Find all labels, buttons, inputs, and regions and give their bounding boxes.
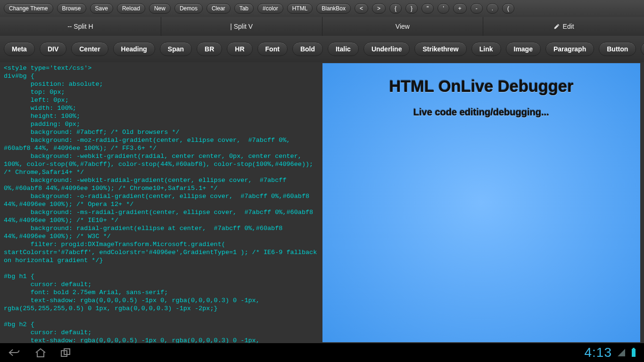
clock: 4:13	[585, 345, 612, 360]
right-brace-button[interactable]: }	[405, 3, 418, 14]
status-area: 4:13	[585, 345, 637, 360]
demos-button[interactable]: Demos	[174, 3, 203, 14]
image-tag-button[interactable]: Image	[506, 42, 541, 56]
change-theme-button[interactable]: Change Theme	[4, 3, 53, 14]
save-button[interactable]: Save	[90, 3, 113, 14]
paragraph-tag-button[interactable]: Paragraph	[545, 42, 594, 56]
edit-tab[interactable]: Edit	[483, 17, 644, 36]
back-icon[interactable]	[8, 347, 21, 358]
preview-heading-1: HTML OnLive Debugger	[322, 63, 640, 96]
italic-tag-button[interactable]: Italic	[328, 42, 359, 56]
view-tab[interactable]: View	[322, 17, 484, 36]
plus-button[interactable]: +	[453, 3, 467, 14]
hr-tag-button[interactable]: HR	[227, 42, 252, 56]
code-editor[interactable]: <style type='text/css'> div#bg { positio…	[0, 62, 322, 343]
underline-tag-button[interactable]: Underline	[363, 42, 410, 56]
battery-icon	[631, 348, 636, 357]
preview-background: HTML OnLive Debugger Live code editing/d…	[322, 63, 640, 342]
browse-button[interactable]: Browse	[57, 3, 86, 14]
view-label: View	[396, 23, 410, 30]
split-v-label: | Split V	[230, 23, 253, 30]
button-tag-button[interactable]: Button	[599, 42, 636, 56]
split-h-label: -- Split H	[67, 23, 93, 30]
edit-label: Edit	[563, 23, 574, 30]
new-button[interactable]: New	[149, 3, 171, 14]
minus-button[interactable]: -	[471, 3, 483, 14]
center-tag-button[interactable]: Center	[71, 42, 108, 56]
html-button[interactable]: HTML	[287, 3, 313, 14]
left-paren-button[interactable]: (	[502, 3, 514, 14]
android-nav-bar: 4:13	[0, 343, 644, 362]
split-h-tab[interactable]: -- Split H	[0, 17, 161, 36]
reload-button[interactable]: Reload	[117, 3, 145, 14]
strikethrough-tag-button[interactable]: Strikethrew	[414, 42, 466, 56]
meta-tag-button[interactable]: Meta	[4, 42, 35, 56]
top-toolbar: Change Theme Browse Save Reload New Demo…	[0, 0, 644, 17]
less-than-button[interactable]: <	[355, 3, 368, 14]
list-tag-button[interactable]: List	[641, 42, 644, 56]
work-area: <style type='text/css'> div#bg { positio…	[0, 62, 644, 343]
greater-than-button[interactable]: >	[372, 3, 386, 14]
home-icon[interactable]	[34, 347, 47, 358]
color-button[interactable]: #color	[257, 3, 283, 14]
double-quote-button[interactable]: "	[421, 3, 434, 14]
view-mode-bar: -- Split H | Split V View Edit	[0, 17, 644, 36]
svg-rect-3	[633, 348, 635, 349]
pencil-icon	[553, 23, 560, 30]
preview-heading-2: Live code editing/debugging...	[322, 96, 640, 118]
bold-tag-button[interactable]: Bold	[292, 42, 323, 56]
font-tag-button[interactable]: Font	[257, 42, 288, 56]
span-tag-button[interactable]: Span	[160, 42, 192, 56]
split-v-tab[interactable]: | Split V	[161, 17, 322, 36]
tab-button[interactable]: Tab	[234, 3, 254, 14]
left-brace-button[interactable]: {	[389, 3, 402, 14]
dot-button[interactable]: .	[487, 3, 498, 14]
link-tag-button[interactable]: Link	[471, 42, 501, 56]
heading-tag-button[interactable]: Heading	[113, 42, 155, 56]
clear-button[interactable]: Clear	[206, 3, 231, 14]
br-tag-button[interactable]: BR	[197, 42, 222, 56]
div-tag-button[interactable]: DIV	[40, 42, 66, 56]
single-quote-button[interactable]: '	[438, 3, 449, 14]
tag-toolbar: Meta DIV Center Heading Span BR HR Font …	[0, 36, 644, 62]
signal-icon	[617, 348, 626, 357]
blankbox-button[interactable]: BlankBox	[316, 3, 351, 14]
recent-apps-icon[interactable]	[60, 347, 74, 358]
nav-buttons	[8, 347, 74, 358]
svg-rect-2	[632, 349, 636, 357]
preview-pane: HTML OnLive Debugger Live code editing/d…	[322, 62, 644, 343]
